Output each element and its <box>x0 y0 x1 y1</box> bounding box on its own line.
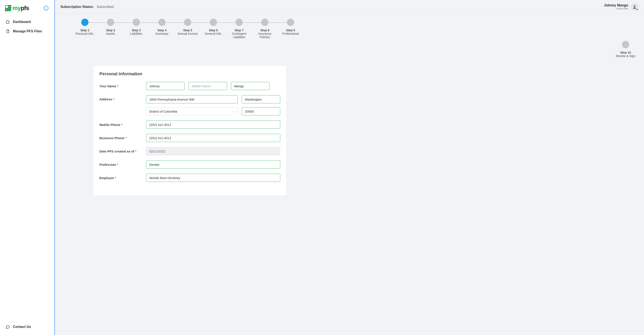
sidebar-collapse-button[interactable] <box>44 6 48 11</box>
city-input[interactable] <box>242 95 280 103</box>
label-mobile: Mobile Phone * <box>100 123 142 127</box>
step-number: Step 2 <box>106 29 115 32</box>
user-block[interactable]: Johnny Mango subscriber <box>604 3 638 11</box>
sidebar-item-label: Manage PFS Files <box>13 29 42 33</box>
step-title: Review & Sign <box>616 54 635 58</box>
label-business: Business Phone * <box>100 136 142 140</box>
street-input[interactable] <box>146 95 238 103</box>
stepper-step-9[interactable]: Step 9Professional <box>278 19 303 39</box>
svg-point-1 <box>634 5 635 7</box>
step-title: Summary <box>156 32 168 35</box>
row-your-name: Your Name * <box>100 82 280 90</box>
subscription-value: Subscribed <box>96 5 114 9</box>
logo-row: mypfs <box>0 4 54 16</box>
step-circle-icon <box>107 19 114 26</box>
home-icon <box>6 20 10 24</box>
stepper-step-8[interactable]: Step 8Insurance Policies <box>252 19 278 39</box>
profession-input[interactable] <box>146 160 280 169</box>
section-title: Personal Information <box>100 71 280 76</box>
chat-icon <box>6 325 10 329</box>
step-title: Professional <box>282 32 299 35</box>
sidebar-item-label: Contact Us <box>13 325 31 329</box>
personal-info-card: Personal Information Your Name * Ad <box>94 66 286 196</box>
row-employer: Employer * <box>100 174 280 182</box>
step-title: General Info. <box>205 32 222 35</box>
main: Subscription Status: Subscribed Johnny M… <box>55 0 644 335</box>
step-number: Step 5 <box>183 29 192 32</box>
file-icon <box>6 29 10 34</box>
state-value: District of Columbia <box>149 110 177 113</box>
topbar: Subscription Status: Subscribed Johnny M… <box>55 0 644 14</box>
step-number: Step 9 <box>286 29 295 32</box>
step-circle-icon <box>236 19 243 26</box>
step-title: Annual Income <box>178 32 198 35</box>
stepper-step-4[interactable]: Step 4Summary <box>149 19 175 39</box>
logo-mark-icon <box>5 5 11 11</box>
step-number: Step 7 <box>234 29 244 32</box>
mobile-phone-input[interactable] <box>146 121 280 129</box>
stepper: Step 1Personal Info.Step 2AssetsStep 3Li… <box>72 19 638 58</box>
sidebar-item-dashboard[interactable]: Dashboard <box>2 18 52 26</box>
user-name: Johnny Mango <box>604 4 628 7</box>
step-title: Contingent Liabilities <box>227 32 251 39</box>
middle-name-input[interactable] <box>188 82 227 90</box>
label-profession: Profession * <box>100 163 142 166</box>
label-your-name: Your Name * <box>100 84 142 88</box>
step-circle-icon <box>287 19 294 26</box>
user-role: subscriber <box>604 7 628 10</box>
scroll-area[interactable]: Step 1Personal Info.Step 2AssetsStep 3Li… <box>55 14 644 335</box>
step-number: Step 3 <box>132 29 141 32</box>
label-date: Date PFS created as of * <box>100 149 142 153</box>
sidebar-footer: Contact Us <box>0 322 54 331</box>
row-address: Address * District of Columbia ⌄ <box>100 95 280 115</box>
sidebar-item-label: Dashboard <box>13 20 31 24</box>
row-mobile: Mobile Phone * <box>100 121 280 129</box>
first-name-input[interactable] <box>146 82 185 90</box>
step-circle-icon <box>261 19 268 26</box>
stepper-step-1[interactable]: Step 1Personal Info. <box>72 19 98 39</box>
stepper-step-6[interactable]: Step 6General Info. <box>200 19 226 39</box>
step-number: Step 1 <box>80 29 89 32</box>
step-circle-icon <box>132 19 140 26</box>
state-select[interactable]: District of Columbia ⌄ <box>146 107 238 115</box>
step-title: Assets <box>106 32 115 35</box>
label-address: Address * <box>100 95 142 101</box>
target-icon <box>45 7 47 9</box>
last-name-input[interactable] <box>231 82 270 90</box>
brand-logo[interactable]: mypfs <box>5 4 40 13</box>
subscription-label: Subscription Status: <box>60 5 94 9</box>
row-business: Business Phone * <box>100 134 280 142</box>
svg-point-0 <box>46 8 46 9</box>
step-circle-icon <box>622 41 629 48</box>
step-number: Step 8 <box>260 29 269 32</box>
step-circle-icon <box>184 19 191 26</box>
stepper-step-2[interactable]: Step 2Assets <box>98 19 124 39</box>
step-number: Step 4 <box>158 29 166 32</box>
step-circle-icon <box>81 19 88 26</box>
step-circle-icon <box>158 19 166 26</box>
step-number: Step 10 <box>620 51 631 54</box>
presence-dot-icon <box>636 8 638 11</box>
avatar[interactable] <box>631 3 638 11</box>
logo-text: mypfs <box>12 5 29 12</box>
sidebar-nav: Dashboard Manage PFS Files <box>0 16 54 37</box>
label-employer: Employer * <box>100 176 142 180</box>
zip-input[interactable] <box>242 107 280 115</box>
chevron-down-icon: ⌄ <box>232 109 234 113</box>
business-phone-input[interactable] <box>146 134 280 142</box>
stepper-step-7[interactable]: Step 7Contingent Liabilities <box>226 19 252 39</box>
step-title: Liabilities <box>130 32 142 35</box>
step-title: Personal Info. <box>76 32 94 35</box>
sidebar-item-contact[interactable]: Contact Us <box>2 322 52 331</box>
sidebar: mypfs Dashboard Manage PFS Files Contact… <box>0 0 55 335</box>
stepper-step-3[interactable]: Step 3Liabilities <box>124 19 149 39</box>
subscription-status: Subscription Status: Subscribed <box>60 5 114 9</box>
stepper-step-5[interactable]: Step 5Annual Income <box>175 19 200 39</box>
stepper-step-10[interactable]: Step 10Review & Sign <box>613 41 638 58</box>
date-created-input <box>146 147 280 155</box>
sidebar-item-manage-pfs[interactable]: Manage PFS Files <box>2 27 52 36</box>
step-circle-icon <box>210 19 217 26</box>
step-number: Step 6 <box>209 29 218 32</box>
employer-input[interactable] <box>146 174 280 182</box>
row-date: Date PFS created as of * <box>100 147 280 155</box>
